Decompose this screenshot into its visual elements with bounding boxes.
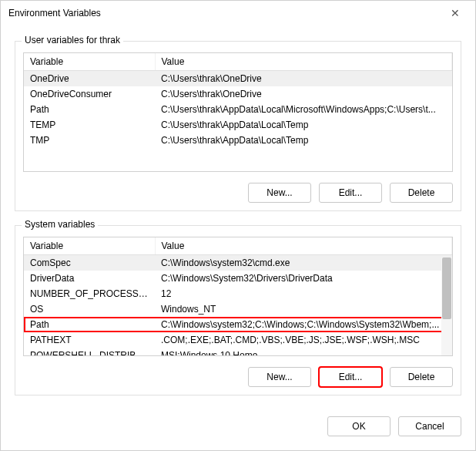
table-row[interactable]: NUMBER_OF_PROCESSORS 12 — [24, 286, 452, 301]
table-row[interactable]: TMP C:\Users\thrak\AppData\Local\Temp — [24, 133, 452, 148]
cell-value: C:\Windows\system32;C:\Windows;C:\Window… — [155, 317, 452, 332]
system-new-button[interactable]: New... — [248, 367, 311, 387]
table-row[interactable]: DriverData C:\Windows\System32\Drivers\D… — [24, 271, 452, 286]
cell-variable: TEMP — [24, 117, 155, 133]
table-row[interactable]: Path C:\Users\thrak\AppData\Local\Micros… — [24, 102, 452, 117]
cancel-button[interactable]: Cancel — [398, 416, 461, 436]
column-header-variable[interactable]: Variable — [24, 237, 155, 255]
cell-value: C:\Users\thrak\OneDrive — [155, 86, 452, 102]
user-new-button[interactable]: New... — [248, 183, 311, 203]
cell-variable: POWERSHELL_DISTRIBUTIO... — [24, 348, 155, 356]
system-table-wrapper: Variable Value ComSpec C:\Windows\system… — [23, 237, 453, 356]
cell-variable: Path — [24, 102, 155, 117]
table-row[interactable]: OneDrive C:\Users\thrak\OneDrive — [24, 71, 452, 87]
cell-value: C:\Users\thrak\OneDrive — [155, 71, 452, 87]
cell-value: 12 — [155, 286, 452, 301]
table-row-path[interactable]: Path C:\Windows\system32;C:\Windows;C:\W… — [24, 317, 452, 332]
scrollbar-thumb[interactable] — [442, 257, 451, 319]
cell-value: C:\Windows\System32\Drivers\DriverData — [155, 271, 452, 286]
user-table-wrapper: Variable Value OneDrive C:\Users\thrak\O… — [23, 52, 453, 172]
column-header-value[interactable]: Value — [155, 237, 452, 255]
cell-variable: OneDrive — [24, 71, 155, 87]
cell-value: C:\Users\thrak\AppData\Local\Temp — [155, 133, 452, 148]
system-buttons-row: New... Edit... Delete — [23, 367, 453, 387]
column-header-variable[interactable]: Variable — [24, 53, 155, 71]
user-delete-button[interactable]: Delete — [390, 183, 453, 203]
cell-variable: TMP — [24, 133, 155, 148]
ok-button[interactable]: OK — [327, 416, 391, 436]
cell-value: C:\Users\thrak\AppData\Local\Microsoft\W… — [155, 102, 452, 117]
table-row[interactable]: OneDriveConsumer C:\Users\thrak\OneDrive — [24, 86, 452, 102]
cell-variable: DriverData — [24, 271, 155, 286]
user-buttons-row: New... Edit... Delete — [23, 183, 453, 203]
user-variables-table[interactable]: Variable Value OneDrive C:\Users\thrak\O… — [24, 53, 452, 148]
system-variables-table[interactable]: Variable Value ComSpec C:\Windows\system… — [24, 237, 452, 356]
system-edit-button[interactable]: Edit... — [319, 367, 382, 387]
cell-value: C:\Users\thrak\AppData\Local\Temp — [155, 117, 452, 133]
system-group-label: System variables — [22, 219, 98, 230]
cell-value: Windows_NT — [155, 301, 452, 317]
cell-value: .COM;.EXE;.BAT;.CMD;.VBS;.VBE;.JS;.JSE;.… — [155, 332, 452, 348]
system-delete-button[interactable]: Delete — [390, 367, 453, 387]
user-group-label: User variables for thrak — [22, 35, 123, 45]
scrollbar-vertical[interactable] — [441, 257, 452, 355]
table-row[interactable]: PATHEXT .COM;.EXE;.BAT;.CMD;.VBS;.VBE;.J… — [24, 332, 452, 348]
cell-value: C:\Windows\system32\cmd.exe — [155, 255, 452, 271]
close-icon[interactable]: ✕ — [443, 1, 468, 25]
system-variables-group: System variables Variable Value ComSpec … — [15, 225, 461, 395]
cell-variable: PATHEXT — [24, 332, 155, 348]
env-vars-window: Environment Variables ✕ User variables f… — [0, 0, 476, 451]
cell-variable: NUMBER_OF_PROCESSORS — [24, 286, 155, 301]
cell-value: MSI:Windows 10 Home — [155, 348, 452, 356]
cell-variable: Path — [24, 317, 155, 332]
window-title: Environment Variables — [8, 8, 443, 19]
content-area: User variables for thrak Variable Value … — [1, 25, 475, 406]
table-row[interactable]: ComSpec C:\Windows\system32\cmd.exe — [24, 255, 452, 271]
cell-variable: ComSpec — [24, 255, 155, 271]
dialog-footer: OK Cancel — [1, 406, 475, 450]
user-variables-group: User variables for thrak Variable Value … — [15, 41, 461, 211]
cell-variable: OS — [24, 301, 155, 317]
column-header-value[interactable]: Value — [155, 53, 452, 71]
user-edit-button[interactable]: Edit... — [319, 183, 382, 203]
table-row[interactable]: POWERSHELL_DISTRIBUTIO... MSI:Windows 10… — [24, 348, 452, 356]
titlebar: Environment Variables ✕ — [1, 1, 475, 25]
cell-variable: OneDriveConsumer — [24, 86, 155, 102]
table-row[interactable]: TEMP C:\Users\thrak\AppData\Local\Temp — [24, 117, 452, 133]
table-row[interactable]: OS Windows_NT — [24, 301, 452, 317]
